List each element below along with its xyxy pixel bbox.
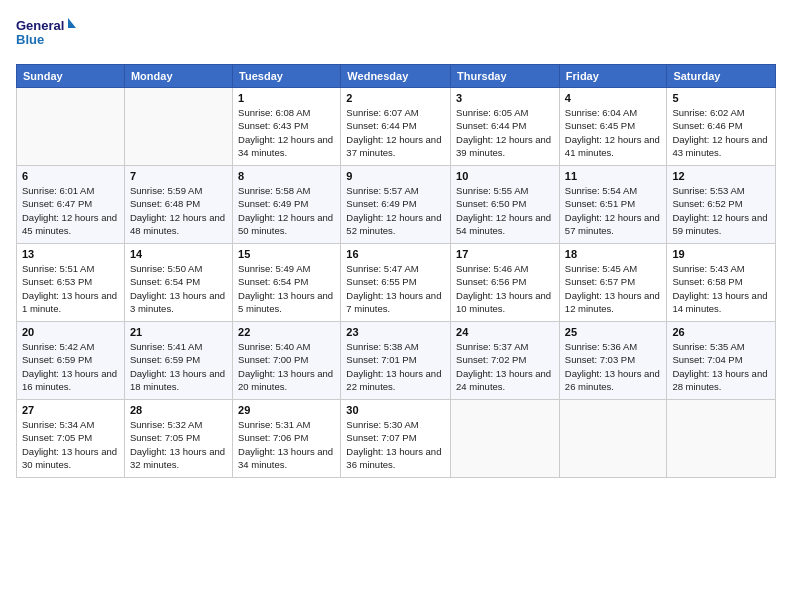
day-number: 20 <box>22 326 119 338</box>
calendar-cell: 7 Sunrise: 5:59 AMSunset: 6:48 PMDayligh… <box>124 166 232 244</box>
day-number: 1 <box>238 92 335 104</box>
calendar-cell: 4 Sunrise: 6:04 AMSunset: 6:45 PMDayligh… <box>559 88 667 166</box>
day-number: 30 <box>346 404 445 416</box>
svg-marker-2 <box>68 18 76 28</box>
calendar-cell: 21 Sunrise: 5:41 AMSunset: 6:59 PMDaylig… <box>124 322 232 400</box>
calendar-cell: 2 Sunrise: 6:07 AMSunset: 6:44 PMDayligh… <box>341 88 451 166</box>
day-number: 24 <box>456 326 554 338</box>
calendar-header-row: SundayMondayTuesdayWednesdayThursdayFrid… <box>17 65 776 88</box>
calendar-cell: 29 Sunrise: 5:31 AMSunset: 7:06 PMDaylig… <box>233 400 341 478</box>
calendar-cell: 13 Sunrise: 5:51 AMSunset: 6:53 PMDaylig… <box>17 244 125 322</box>
calendar-cell: 5 Sunrise: 6:02 AMSunset: 6:46 PMDayligh… <box>667 88 776 166</box>
day-detail: Sunrise: 6:05 AMSunset: 6:44 PMDaylight:… <box>456 106 554 159</box>
calendar-cell <box>559 400 667 478</box>
page: General Blue SundayMondayTuesdayWednesda… <box>0 0 792 612</box>
day-number: 4 <box>565 92 662 104</box>
day-detail: Sunrise: 5:58 AMSunset: 6:49 PMDaylight:… <box>238 184 335 237</box>
calendar-cell: 27 Sunrise: 5:34 AMSunset: 7:05 PMDaylig… <box>17 400 125 478</box>
logo: General Blue <box>16 16 76 52</box>
calendar-cell: 22 Sunrise: 5:40 AMSunset: 7:00 PMDaylig… <box>233 322 341 400</box>
day-number: 22 <box>238 326 335 338</box>
day-number: 21 <box>130 326 227 338</box>
calendar-cell: 11 Sunrise: 5:54 AMSunset: 6:51 PMDaylig… <box>559 166 667 244</box>
day-detail: Sunrise: 5:57 AMSunset: 6:49 PMDaylight:… <box>346 184 445 237</box>
day-detail: Sunrise: 6:02 AMSunset: 6:46 PMDaylight:… <box>672 106 770 159</box>
day-detail: Sunrise: 5:34 AMSunset: 7:05 PMDaylight:… <box>22 418 119 471</box>
calendar-cell: 17 Sunrise: 5:46 AMSunset: 6:56 PMDaylig… <box>451 244 560 322</box>
day-number: 6 <box>22 170 119 182</box>
day-detail: Sunrise: 6:04 AMSunset: 6:45 PMDaylight:… <box>565 106 662 159</box>
calendar-header-cell: Thursday <box>451 65 560 88</box>
day-detail: Sunrise: 6:07 AMSunset: 6:44 PMDaylight:… <box>346 106 445 159</box>
calendar-cell: 10 Sunrise: 5:55 AMSunset: 6:50 PMDaylig… <box>451 166 560 244</box>
day-detail: Sunrise: 5:37 AMSunset: 7:02 PMDaylight:… <box>456 340 554 393</box>
day-number: 27 <box>22 404 119 416</box>
day-number: 25 <box>565 326 662 338</box>
day-number: 9 <box>346 170 445 182</box>
calendar-cell: 26 Sunrise: 5:35 AMSunset: 7:04 PMDaylig… <box>667 322 776 400</box>
svg-text:General: General <box>16 18 64 33</box>
day-detail: Sunrise: 5:35 AMSunset: 7:04 PMDaylight:… <box>672 340 770 393</box>
day-number: 7 <box>130 170 227 182</box>
day-detail: Sunrise: 5:54 AMSunset: 6:51 PMDaylight:… <box>565 184 662 237</box>
calendar-header-cell: Tuesday <box>233 65 341 88</box>
calendar-cell: 23 Sunrise: 5:38 AMSunset: 7:01 PMDaylig… <box>341 322 451 400</box>
calendar-cell: 15 Sunrise: 5:49 AMSunset: 6:54 PMDaylig… <box>233 244 341 322</box>
day-detail: Sunrise: 6:01 AMSunset: 6:47 PMDaylight:… <box>22 184 119 237</box>
day-number: 15 <box>238 248 335 260</box>
day-detail: Sunrise: 5:46 AMSunset: 6:56 PMDaylight:… <box>456 262 554 315</box>
day-number: 2 <box>346 92 445 104</box>
day-number: 18 <box>565 248 662 260</box>
day-detail: Sunrise: 5:31 AMSunset: 7:06 PMDaylight:… <box>238 418 335 471</box>
calendar-cell: 25 Sunrise: 5:36 AMSunset: 7:03 PMDaylig… <box>559 322 667 400</box>
calendar-cell: 30 Sunrise: 5:30 AMSunset: 7:07 PMDaylig… <box>341 400 451 478</box>
day-detail: Sunrise: 5:36 AMSunset: 7:03 PMDaylight:… <box>565 340 662 393</box>
calendar-cell: 3 Sunrise: 6:05 AMSunset: 6:44 PMDayligh… <box>451 88 560 166</box>
day-detail: Sunrise: 5:42 AMSunset: 6:59 PMDaylight:… <box>22 340 119 393</box>
calendar-week-row: 13 Sunrise: 5:51 AMSunset: 6:53 PMDaylig… <box>17 244 776 322</box>
calendar-cell: 8 Sunrise: 5:58 AMSunset: 6:49 PMDayligh… <box>233 166 341 244</box>
calendar-header-cell: Friday <box>559 65 667 88</box>
day-number: 11 <box>565 170 662 182</box>
calendar-cell: 1 Sunrise: 6:08 AMSunset: 6:43 PMDayligh… <box>233 88 341 166</box>
calendar-cell: 18 Sunrise: 5:45 AMSunset: 6:57 PMDaylig… <box>559 244 667 322</box>
calendar-cell: 19 Sunrise: 5:43 AMSunset: 6:58 PMDaylig… <box>667 244 776 322</box>
day-detail: Sunrise: 5:43 AMSunset: 6:58 PMDaylight:… <box>672 262 770 315</box>
day-number: 17 <box>456 248 554 260</box>
day-detail: Sunrise: 6:08 AMSunset: 6:43 PMDaylight:… <box>238 106 335 159</box>
header: General Blue <box>16 16 776 52</box>
day-detail: Sunrise: 5:53 AMSunset: 6:52 PMDaylight:… <box>672 184 770 237</box>
calendar-cell: 20 Sunrise: 5:42 AMSunset: 6:59 PMDaylig… <box>17 322 125 400</box>
day-number: 3 <box>456 92 554 104</box>
day-number: 29 <box>238 404 335 416</box>
calendar-week-row: 6 Sunrise: 6:01 AMSunset: 6:47 PMDayligh… <box>17 166 776 244</box>
day-detail: Sunrise: 5:51 AMSunset: 6:53 PMDaylight:… <box>22 262 119 315</box>
calendar-cell: 9 Sunrise: 5:57 AMSunset: 6:49 PMDayligh… <box>341 166 451 244</box>
calendar-week-row: 1 Sunrise: 6:08 AMSunset: 6:43 PMDayligh… <box>17 88 776 166</box>
day-detail: Sunrise: 5:50 AMSunset: 6:54 PMDaylight:… <box>130 262 227 315</box>
calendar-cell: 28 Sunrise: 5:32 AMSunset: 7:05 PMDaylig… <box>124 400 232 478</box>
day-detail: Sunrise: 5:30 AMSunset: 7:07 PMDaylight:… <box>346 418 445 471</box>
calendar-cell: 14 Sunrise: 5:50 AMSunset: 6:54 PMDaylig… <box>124 244 232 322</box>
day-number: 16 <box>346 248 445 260</box>
calendar-body: 1 Sunrise: 6:08 AMSunset: 6:43 PMDayligh… <box>17 88 776 478</box>
calendar-table: SundayMondayTuesdayWednesdayThursdayFrid… <box>16 64 776 478</box>
calendar-week-row: 20 Sunrise: 5:42 AMSunset: 6:59 PMDaylig… <box>17 322 776 400</box>
day-number: 23 <box>346 326 445 338</box>
calendar-cell: 12 Sunrise: 5:53 AMSunset: 6:52 PMDaylig… <box>667 166 776 244</box>
day-detail: Sunrise: 5:41 AMSunset: 6:59 PMDaylight:… <box>130 340 227 393</box>
calendar-header-cell: Monday <box>124 65 232 88</box>
calendar-cell: 24 Sunrise: 5:37 AMSunset: 7:02 PMDaylig… <box>451 322 560 400</box>
day-detail: Sunrise: 5:32 AMSunset: 7:05 PMDaylight:… <box>130 418 227 471</box>
day-number: 12 <box>672 170 770 182</box>
calendar-cell: 6 Sunrise: 6:01 AMSunset: 6:47 PMDayligh… <box>17 166 125 244</box>
calendar-header-cell: Saturday <box>667 65 776 88</box>
day-number: 28 <box>130 404 227 416</box>
day-number: 13 <box>22 248 119 260</box>
day-number: 19 <box>672 248 770 260</box>
logo-svg: General Blue <box>16 16 76 52</box>
day-number: 10 <box>456 170 554 182</box>
svg-text:Blue: Blue <box>16 32 44 47</box>
day-detail: Sunrise: 5:45 AMSunset: 6:57 PMDaylight:… <box>565 262 662 315</box>
calendar-cell <box>17 88 125 166</box>
